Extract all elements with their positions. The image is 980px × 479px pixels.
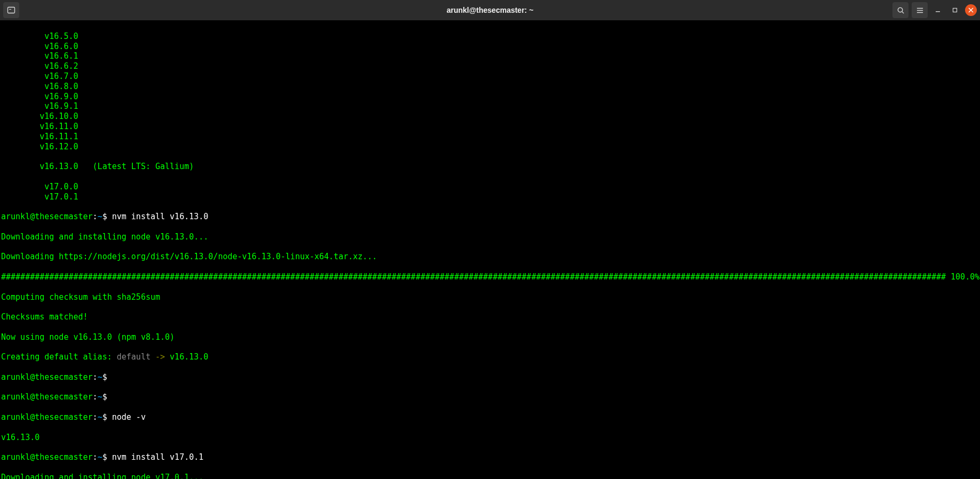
output-line: Downloading and installing node v17.0.1.…: [1, 473, 980, 479]
terminal-tab-icon: [7, 6, 15, 14]
nvm-post-lts-list: v17.0.0 v17.0.1: [1, 182, 980, 202]
window-title: arunkl@thesecmaster: ~: [447, 6, 534, 14]
prompt-line-2: arunkl@thesecmaster:~$: [1, 372, 980, 382]
version-line: v16.5.0: [1, 31, 980, 42]
lts-version-line: v16.13.0 (Latest LTS: Gallium): [1, 162, 980, 172]
prompt-line-5: arunkl@thesecmaster:~$ nvm install v17.0…: [1, 452, 980, 462]
output-line: Now using node v16.13.0 (npm v8.1.0): [1, 332, 980, 342]
version-line: v16.8.0: [1, 82, 980, 92]
svg-rect-7: [936, 11, 940, 12]
svg-point-2: [898, 7, 902, 12]
output-line: Computing checksum with sha256sum: [1, 292, 980, 302]
version-line: v17.0.0: [1, 182, 980, 192]
version-line: v16.6.2: [1, 61, 980, 71]
command-text: nvm install v16.13.0: [112, 212, 209, 221]
close-icon: [968, 7, 974, 13]
output-line: v16.13.0: [1, 433, 980, 443]
progress-bar-line: ########################################…: [1, 272, 980, 282]
search-icon: [897, 6, 905, 14]
version-line: v16.9.0: [1, 92, 980, 102]
minimize-icon: [935, 7, 941, 13]
version-line: v16.11.1: [1, 132, 980, 142]
version-line: v16.12.0: [1, 142, 980, 152]
minimize-button[interactable]: [931, 3, 945, 17]
terminal-pane[interactable]: v16.5.0 v16.6.0 v16.6.1 v16.6.2 v16.7.0 …: [0, 20, 980, 479]
svg-rect-6: [916, 12, 922, 12]
maximize-button[interactable]: [948, 3, 962, 17]
version-line: v16.6.1: [1, 51, 980, 61]
hamburger-icon: [916, 6, 924, 14]
svg-rect-1: [9, 9, 11, 10]
svg-rect-8: [953, 9, 957, 12]
version-line: v16.6.0: [1, 42, 980, 52]
prompt-line-3: arunkl@thesecmaster:~$: [1, 392, 980, 402]
prompt-line-4: arunkl@thesecmaster:~$ node -v: [1, 412, 980, 422]
window-titlebar: arunkl@thesecmaster: ~: [0, 0, 980, 20]
new-tab-button[interactable]: [3, 2, 19, 18]
maximize-icon: [952, 7, 958, 13]
hamburger-menu-button[interactable]: [912, 2, 928, 18]
svg-rect-0: [8, 7, 15, 13]
svg-rect-5: [916, 10, 922, 10]
output-line: Downloading and installing node v16.13.0…: [1, 232, 980, 242]
nvm-version-list: v16.5.0 v16.6.0 v16.6.1 v16.6.2 v16.7.0 …: [1, 31, 980, 152]
output-line: Downloading https://nodejs.org/dist/v16.…: [1, 252, 980, 262]
output-line: Checksums matched!: [1, 312, 980, 322]
version-line: v16.7.0: [1, 71, 980, 82]
version-line: v17.0.1: [1, 192, 980, 202]
version-line: v16.9.1: [1, 101, 980, 111]
version-line: v16.11.0: [1, 122, 980, 132]
version-line: v16.10.0: [1, 111, 980, 122]
svg-line-3: [902, 11, 903, 13]
search-button[interactable]: [892, 2, 908, 18]
prompt-line-1: arunkl@thesecmaster:~$ nvm install v16.1…: [1, 212, 980, 222]
svg-rect-4: [916, 7, 922, 8]
command-text: nvm install v17.0.1: [112, 452, 204, 462]
close-button[interactable]: [965, 4, 977, 16]
command-text: node -v: [112, 412, 146, 422]
alias-line: Creating default alias: default -> v16.1…: [1, 352, 980, 362]
